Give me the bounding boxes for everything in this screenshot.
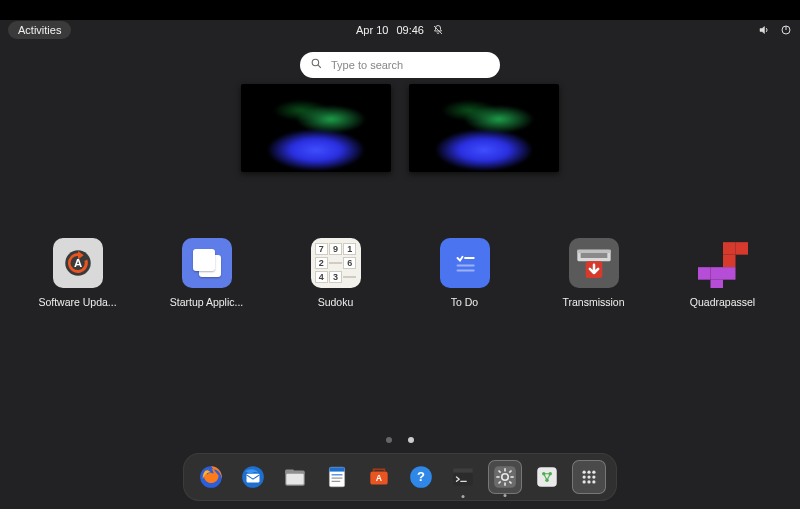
app-startup-applications[interactable]: Startup Applic... — [165, 238, 248, 308]
activities-button[interactable]: Activities — [8, 21, 71, 39]
dock-help[interactable]: ? — [404, 460, 438, 494]
notifications-icon — [432, 24, 444, 36]
page-dot-2[interactable] — [408, 437, 414, 443]
dock-settings[interactable] — [488, 460, 522, 494]
workspace-switcher — [241, 84, 559, 172]
sudoku-icon: 791 26 43 — [311, 238, 361, 288]
page-dot-1[interactable] — [386, 437, 392, 443]
clock-date: Apr 10 — [356, 24, 388, 36]
svg-point-59 — [587, 475, 590, 478]
svg-point-62 — [587, 480, 590, 483]
svg-point-63 — [592, 480, 595, 483]
svg-line-4 — [318, 65, 321, 68]
search-input[interactable] — [331, 59, 490, 71]
app-label: Software Upda... — [38, 296, 116, 308]
thunderbird-icon — [240, 464, 266, 490]
svg-rect-24 — [247, 474, 260, 483]
volume-icon — [758, 24, 770, 36]
terminal-icon — [450, 464, 476, 490]
svg-text:A: A — [73, 257, 81, 269]
app-label: Sudoku — [318, 296, 354, 308]
trash-icon — [534, 464, 560, 490]
app-quadrapassel[interactable]: Quadrapassel — [681, 238, 764, 308]
svg-rect-38 — [453, 468, 473, 472]
grid-icon — [576, 464, 602, 490]
files-icon — [282, 464, 308, 490]
dock-show-applications[interactable] — [572, 460, 606, 494]
app-sudoku[interactable]: 791 26 43 Sudoku — [294, 238, 377, 308]
quadrapassel-icon — [698, 238, 748, 288]
svg-rect-19 — [710, 267, 723, 280]
power-icon — [780, 24, 792, 36]
svg-rect-12 — [577, 250, 610, 253]
svg-rect-20 — [723, 267, 736, 280]
firefox-icon — [198, 464, 224, 490]
svg-rect-21 — [710, 280, 723, 288]
dock-ubuntu-software[interactable]: A — [362, 460, 396, 494]
software-updater-icon: A — [53, 238, 103, 288]
help-icon: ? — [408, 464, 434, 490]
dock-files[interactable] — [278, 460, 312, 494]
svg-text:A: A — [376, 473, 383, 483]
page-indicator[interactable] — [386, 437, 414, 443]
svg-point-55 — [583, 471, 586, 474]
transmission-icon — [569, 238, 619, 288]
svg-rect-16 — [735, 242, 748, 255]
svg-rect-26 — [285, 469, 294, 473]
svg-rect-27 — [286, 474, 303, 485]
software-icon: A — [366, 464, 392, 490]
app-label: Startup Applic... — [170, 296, 244, 308]
search-field[interactable] — [300, 52, 500, 78]
app-transmission[interactable]: Transmission — [552, 238, 635, 308]
svg-point-57 — [592, 471, 595, 474]
svg-rect-13 — [580, 253, 607, 258]
todo-icon — [440, 238, 490, 288]
app-todo[interactable]: To Do — [423, 238, 506, 308]
app-label: Quadrapassel — [690, 296, 755, 308]
writer-icon — [324, 464, 350, 490]
svg-rect-15 — [723, 242, 736, 255]
svg-rect-29 — [329, 467, 344, 471]
top-panel: Activities Apr 10 09:46 — [0, 20, 800, 40]
app-label: Transmission — [562, 296, 624, 308]
wallpaper-thumb — [409, 84, 559, 172]
dock-terminal[interactable] — [446, 460, 480, 494]
svg-point-58 — [583, 475, 586, 478]
svg-text:?: ? — [417, 469, 425, 484]
clock-time: 09:46 — [396, 24, 424, 36]
workspace-thumb-2[interactable] — [409, 84, 559, 172]
svg-rect-17 — [723, 255, 736, 267]
dock-trash[interactable] — [530, 460, 564, 494]
svg-point-61 — [583, 480, 586, 483]
app-label: To Do — [451, 296, 478, 308]
dock-firefox[interactable] — [194, 460, 228, 494]
wallpaper-thumb — [241, 84, 391, 172]
svg-point-3 — [312, 59, 319, 65]
svg-rect-18 — [698, 267, 711, 280]
dock-thunderbird[interactable] — [236, 460, 270, 494]
svg-point-60 — [592, 475, 595, 478]
search-icon — [310, 56, 323, 74]
titlebar-strip — [0, 0, 800, 20]
clock[interactable]: Apr 10 09:46 — [356, 24, 444, 36]
svg-point-56 — [587, 471, 590, 474]
app-grid: A Software Upda... Startup Applic... 791… — [36, 238, 764, 308]
gear-icon — [492, 464, 518, 490]
workspace-thumb-1[interactable] — [241, 84, 391, 172]
system-status-area[interactable] — [758, 24, 792, 36]
startup-applications-icon — [182, 238, 232, 288]
dock-writer[interactable] — [320, 460, 354, 494]
dock: A ? — [183, 453, 617, 501]
svg-rect-50 — [537, 467, 557, 487]
app-software-updater[interactable]: A Software Upda... — [36, 238, 119, 308]
